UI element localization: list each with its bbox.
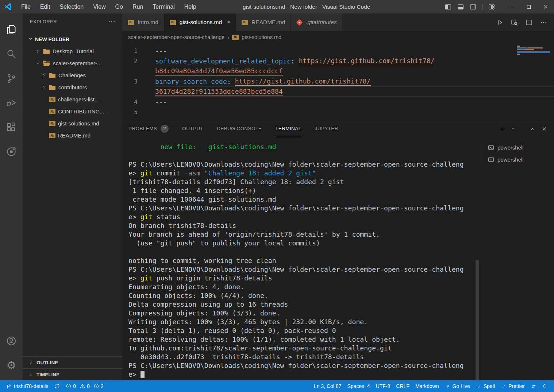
layout-panel-bottom-icon[interactable] (457, 4, 464, 10)
statusbar-spell-checker[interactable]: Spell (473, 380, 498, 392)
panel-tab-terminal[interactable]: TERMINAL (275, 120, 301, 137)
tree-item-scaler-september[interactable]: scaler-september-... (23, 57, 122, 69)
problems-count-badge: 2 (161, 125, 169, 133)
tab-intro-md[interactable]: M↓Intro.md (122, 13, 164, 31)
panel-tab-jupyter[interactable]: JUPYTER (315, 120, 338, 137)
terminal-icon (488, 144, 494, 151)
terminal-instance-powershell[interactable]: powershell (481, 154, 554, 166)
layout-sidebar-right-icon[interactable] (470, 4, 476, 10)
code-row: 5 (122, 107, 554, 117)
code-editor[interactable]: 1---2software_development_related_topic:… (122, 43, 554, 120)
breadcrumb-file[interactable]: gist-solutions.md (242, 34, 281, 40)
tab-readme-md[interactable]: M↓README.md (236, 13, 291, 31)
preview-icon[interactable] (511, 19, 518, 26)
folder-open-icon (43, 61, 50, 66)
menu-edit[interactable]: Edit (35, 0, 55, 13)
more-icon[interactable] (540, 19, 547, 26)
window-title: gist-solutions.md - New folder - Visual … (243, 0, 370, 13)
menu-go[interactable]: Go (111, 0, 128, 13)
activitybar-explorer[interactable] (0, 17, 23, 42)
statusbar-end-of-line[interactable]: CRLF (393, 380, 412, 392)
terminal-output[interactable]: new file: gist-solutions.mdPS C:\Users\L… (122, 137, 481, 380)
terminal-line: [trishit78-details d2f0d73] Challenge 18… (128, 178, 481, 186)
chevron-up-icon[interactable] (530, 126, 536, 132)
chevron-down-icon (28, 36, 33, 43)
section-outline[interactable]: OUTLINE (23, 356, 122, 368)
warning-count: 0 (87, 383, 90, 389)
explorer-more-actions-icon[interactable]: ⋯ (108, 17, 116, 26)
tab-gitattributes[interactable]: .gitattributes (291, 13, 342, 31)
section-timeline[interactable]: TIMELINE (23, 368, 122, 380)
titlebar: FileEditSelectionViewGoRunTerminalHelp g… (0, 0, 554, 13)
tree-item-readme-md[interactable]: M↓README.md (23, 129, 122, 141)
vscode-logo-icon (4, 3, 12, 11)
menu-file[interactable]: File (16, 0, 35, 13)
tree-item-contributing[interactable]: M↓CONTRIBUTING.... (23, 105, 122, 117)
menu-terminal[interactable]: Terminal (148, 0, 179, 13)
statusbar-prettier[interactable]: Prettier (498, 380, 528, 392)
chevron-down-icon[interactable] (511, 126, 516, 131)
problems-indicator[interactable]: 002 (63, 380, 108, 392)
split-icon[interactable] (525, 19, 533, 26)
markdown-file-icon: M↓ (232, 35, 239, 40)
layout-sidebar-left-icon[interactable] (445, 4, 451, 10)
minimap-slider[interactable] (517, 51, 550, 53)
statusbar-language-mode[interactable]: Markdown (412, 380, 442, 392)
tab-label: .gitattributes (306, 19, 336, 26)
tree-item-label: gist-solutions.md (58, 120, 99, 127)
layout-customize-icon[interactable] (488, 4, 495, 10)
breadcrumb-folder[interactable]: scaler-september-open-source-challenge (128, 34, 224, 40)
tab-gist-solutions-md[interactable]: M↓gist-solutions.md× (164, 13, 236, 31)
activitybar-ionic-extension[interactable] (0, 139, 23, 164)
minimize-button[interactable] (504, 0, 520, 13)
tree-item-contributors[interactable]: contributors (23, 81, 122, 93)
tree-root-folder[interactable]: NEW FOLDER (23, 33, 122, 45)
menu-run[interactable]: Run (128, 0, 148, 13)
panel-tab-debug-console[interactable]: DEBUG CONSOLE (217, 120, 262, 137)
menubar: FileEditSelectionViewGoRunTerminalHelp (16, 0, 201, 13)
statusbar-go-live[interactable]: Go Live (442, 380, 473, 392)
panel-splitter[interactable] (481, 141, 481, 165)
activitybar-source-control[interactable] (0, 66, 23, 90)
close-icon[interactable]: × (227, 19, 230, 26)
maximize-button[interactable] (520, 0, 537, 13)
branch-indicator[interactable]: trishit78-details (3, 380, 51, 392)
statusbar-cursor-position[interactable]: Ln 3, Col 87 (311, 380, 345, 392)
close-button[interactable] (537, 0, 554, 13)
menu-help[interactable]: Help (180, 0, 201, 13)
panel-actions (499, 126, 547, 132)
tree-item-challengers-list[interactable]: M↓challengers-list.... (23, 93, 122, 105)
breadcrumb[interactable]: scaler-september-open-source-challenge ›… (122, 31, 554, 43)
activitybar-search[interactable] (0, 42, 23, 66)
activitybar-manage-settings[interactable]: ⚙ (0, 353, 23, 377)
plus-icon[interactable] (499, 126, 505, 132)
close-icon[interactable] (541, 126, 547, 132)
tab-label: gist-solutions.md (180, 19, 222, 26)
sync-button[interactable] (51, 380, 63, 392)
statusbar-feedback[interactable] (528, 380, 539, 392)
menu-view[interactable]: View (88, 0, 110, 13)
terminal-scrollbar[interactable] (476, 260, 479, 380)
terminal-line: Writing objects: 100% (3/3), 465 bytes |… (128, 318, 481, 326)
activity-bar: ⚙ (0, 13, 23, 380)
broadcast-icon (445, 384, 450, 389)
tree-item-desktop-tutorial[interactable]: Desktop_Tutorial (23, 45, 122, 57)
activitybar-extensions[interactable] (0, 115, 23, 139)
terminal-line: new file: gist-solutions.md (128, 143, 481, 151)
line-number: 1 (122, 47, 138, 54)
activitybar-accounts[interactable] (0, 329, 23, 353)
run-icon[interactable] (496, 19, 504, 26)
tree-item-challenges[interactable]: Challenges (23, 69, 122, 81)
menu-selection[interactable]: Selection (55, 0, 88, 13)
statusbar-encoding[interactable]: UTF-8 (373, 380, 393, 392)
panel-tab-problems[interactable]: PROBLEMS2 (128, 120, 169, 137)
tree-item-gist-solutions-md[interactable]: M↓gist-solutions.md (23, 117, 122, 129)
code-row: 4--- (122, 97, 554, 107)
statusbar-indentation[interactable]: Spaces: 4 (344, 380, 373, 392)
minimap[interactable] (517, 46, 550, 55)
panel-tab-output[interactable]: OUTPUT (182, 120, 203, 137)
terminal-instance-powershell[interactable]: powershell (481, 141, 554, 154)
terminal-line: remote: Resolving deltas: 100% (1/1), co… (128, 335, 481, 344)
activitybar-run-and-debug[interactable] (0, 90, 23, 115)
statusbar-notifications[interactable] (539, 380, 550, 392)
